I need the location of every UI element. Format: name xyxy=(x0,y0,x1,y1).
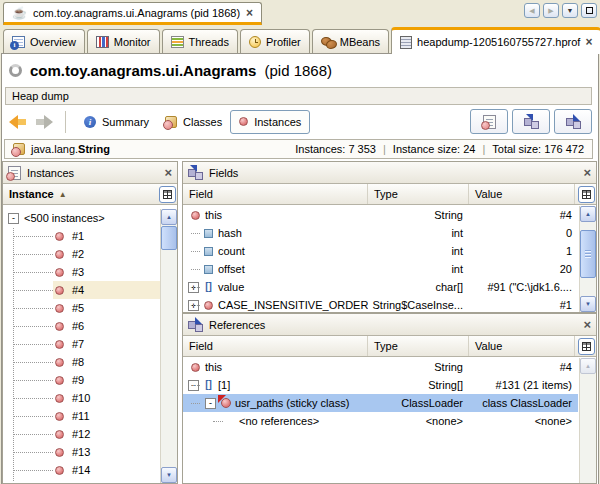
type-value: int xyxy=(368,245,469,257)
close-icon[interactable]: × xyxy=(246,8,253,18)
scroll-up-icon[interactable]: ▲ xyxy=(580,358,596,374)
instances-column-header[interactable]: Instance ▲ xyxy=(3,184,177,205)
scroll-tabs-right-button[interactable]: ▶ xyxy=(543,3,559,18)
instance-row[interactable]: #6 xyxy=(3,317,160,335)
instances-scrollbar[interactable]: ▲ ▼ xyxy=(160,209,177,483)
instance-row[interactable]: #5 xyxy=(3,299,160,317)
table-row[interactable]: <no references> <none> <none> xyxy=(183,412,578,430)
table-row[interactable]: offset int 20 xyxy=(183,260,578,278)
scroll-up-icon[interactable]: ▲ xyxy=(161,209,177,225)
scroll-down-icon[interactable]: ▼ xyxy=(580,296,596,312)
references-panel: References × Field Type Value this Strin… xyxy=(182,313,597,484)
instance-icon xyxy=(239,117,248,126)
value-value: #4 xyxy=(469,361,578,373)
info-icon: i xyxy=(84,116,96,128)
column-chooser-button[interactable] xyxy=(159,186,176,203)
tab[interactable]: Profiler xyxy=(240,29,310,53)
table-row[interactable]: - [1] String[] #131 (21 items) xyxy=(183,376,578,394)
forward-arrow-icon[interactable] xyxy=(34,115,53,129)
instances-root-node[interactable]: - <500 instances> xyxy=(3,209,105,227)
array-icon xyxy=(205,281,212,293)
instance-row[interactable]: #1 xyxy=(3,227,160,245)
fields-scrollbar[interactable]: ▲ ▼ xyxy=(579,206,596,312)
expander-icon[interactable]: - xyxy=(205,398,216,409)
instance-row[interactable]: #7 xyxy=(3,335,160,353)
value-column-label[interactable]: Value xyxy=(469,184,575,204)
instances-panel-title: Instances xyxy=(27,167,74,179)
table-row[interactable]: + CASE_INSENSITIVE_ORDER String$CaseInse… xyxy=(183,296,578,312)
expander-icon[interactable]: + xyxy=(188,282,199,293)
column-chooser-button[interactable] xyxy=(578,186,595,203)
instance-row[interactable]: #4 xyxy=(3,281,160,299)
instance-row[interactable]: #15 xyxy=(3,479,160,483)
instance-row[interactable]: #14 xyxy=(3,461,160,479)
instance-icon xyxy=(55,232,64,241)
field-name: this xyxy=(205,209,222,221)
instances-view-button[interactable] xyxy=(470,109,508,134)
instance-row[interactable]: #13 xyxy=(3,443,160,461)
table-row[interactable]: count int 1 xyxy=(183,242,578,260)
scrollbar-thumb[interactable] xyxy=(161,226,177,250)
application-name: com.toy.anagrams.ui.Anagrams xyxy=(30,62,256,79)
grid-icon xyxy=(582,342,591,351)
heap-dump-toolbar: i Summary Classes Instances xyxy=(5,106,592,137)
instance-row[interactable]: #2 xyxy=(3,245,160,263)
summary-button[interactable]: i Summary xyxy=(76,110,157,134)
grid-icon xyxy=(582,190,591,199)
close-icon[interactable]: × xyxy=(583,167,591,178)
close-icon[interactable]: × xyxy=(583,319,591,330)
tab-label: heapdump-1205160755727.hprof xyxy=(417,36,580,48)
expander-icon[interactable]: + xyxy=(188,300,199,311)
application-tab[interactable]: ☕ com.toy.anagrams.ui.Anagrams (pid 1868… xyxy=(3,2,262,25)
maximize-button[interactable] xyxy=(581,3,597,18)
view-toggle-buttons xyxy=(470,109,592,134)
tab[interactable]: Overview xyxy=(3,29,85,53)
instances-button[interactable]: Instances xyxy=(230,110,310,134)
scroll-up-icon[interactable]: ▲ xyxy=(580,206,596,222)
fields-column-header[interactable]: Field Type Value xyxy=(183,184,596,205)
back-arrow-icon[interactable] xyxy=(9,115,28,129)
type-column-label[interactable]: Type xyxy=(368,336,469,356)
tab[interactable]: heapdump-1205160755727.hprof × xyxy=(391,27,600,54)
scroll-tabs-left-button[interactable]: ◀ xyxy=(524,3,540,18)
type-column-label[interactable]: Type xyxy=(368,184,469,204)
instance-row[interactable]: #8 xyxy=(3,353,160,371)
table-row[interactable]: - usr_paths (sticky class) ClassLoader c… xyxy=(183,394,578,412)
instance-row[interactable]: #12 xyxy=(3,425,160,443)
tab[interactable]: Monitor xyxy=(87,29,160,53)
instance-label: #9 xyxy=(72,374,84,386)
mbeans-icon xyxy=(321,36,335,47)
table-row[interactable]: + value char[] #91 ("C:\jdk1.6.... xyxy=(183,278,578,296)
close-icon[interactable]: × xyxy=(585,37,592,47)
tab[interactable]: MBeans xyxy=(312,29,389,53)
collapse-expander-icon[interactable]: - xyxy=(8,213,19,224)
field-icon xyxy=(204,229,213,238)
application-pid: (pid 1868) xyxy=(264,62,332,79)
instance-row[interactable]: #3 xyxy=(3,263,160,281)
references-view-button[interactable] xyxy=(554,109,592,134)
references-scrollbar[interactable]: ▲ xyxy=(579,358,596,483)
close-icon[interactable]: × xyxy=(164,167,172,178)
value-column-label[interactable]: Value xyxy=(469,336,575,356)
scroll-down-icon[interactable]: ▼ xyxy=(161,467,177,483)
table-row[interactable]: hash int 0 xyxy=(183,224,578,242)
field-column-label[interactable]: Field xyxy=(183,336,368,356)
column-chooser-button[interactable] xyxy=(578,338,595,355)
references-column-header[interactable]: Field Type Value xyxy=(183,336,596,357)
scrollbar-thumb[interactable] xyxy=(580,230,596,278)
expander-icon[interactable]: - xyxy=(188,380,199,391)
table-row[interactable]: this String #4 xyxy=(183,358,578,376)
instance-row[interactable]: #10 xyxy=(3,389,160,407)
instance-list: #1 #2 #3 #4 xyxy=(3,227,160,483)
instance-label: #4 xyxy=(72,284,84,296)
tab[interactable]: Threads xyxy=(162,29,238,53)
instance-row[interactable]: #11 xyxy=(3,407,160,425)
instances-label: Instances xyxy=(254,116,301,128)
tab-list-dropdown-button[interactable]: ▼ xyxy=(562,3,578,18)
instance-row[interactable]: #9 xyxy=(3,371,160,389)
table-row[interactable]: this String #4 xyxy=(183,206,578,224)
instances-panel: Instances × Instance ▲ - <500 instances>… xyxy=(2,161,178,484)
fields-view-button[interactable] xyxy=(512,109,550,134)
classes-button[interactable]: Classes xyxy=(157,110,230,134)
field-column-label[interactable]: Field xyxy=(183,184,368,204)
